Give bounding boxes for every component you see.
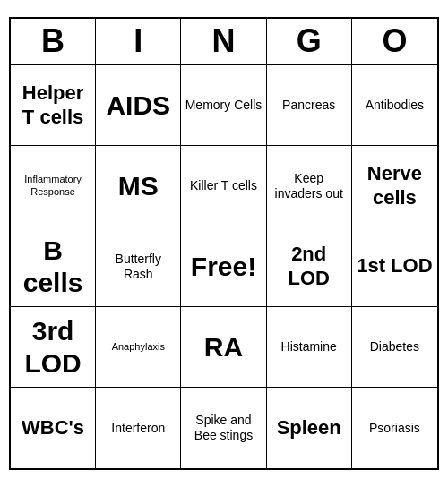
header-letter: G bbox=[267, 19, 352, 64]
bingo-cell: Pancreas bbox=[267, 65, 352, 146]
bingo-cell: Histamine bbox=[267, 307, 352, 388]
bingo-cell: Memory Cells bbox=[181, 65, 266, 146]
bingo-cell: Psoriasis bbox=[352, 388, 437, 468]
bingo-cell: Butterfly Rash bbox=[96, 226, 181, 307]
header-letter: O bbox=[352, 19, 437, 64]
bingo-cell: RA bbox=[181, 307, 266, 388]
bingo-header: BINGO bbox=[11, 19, 437, 65]
bingo-cell: WBC's bbox=[11, 388, 96, 468]
bingo-cell: 1st LOD bbox=[352, 226, 437, 307]
bingo-grid: Helper T cellsAIDSMemory CellsPancreasAn… bbox=[11, 65, 437, 468]
bingo-cell: Diabetes bbox=[352, 307, 437, 388]
header-letter: I bbox=[96, 19, 181, 64]
bingo-cell: Keep invaders out bbox=[267, 146, 352, 226]
bingo-cell: Killer T cells bbox=[181, 146, 266, 226]
bingo-cell: Inflammatory Response bbox=[11, 146, 96, 226]
bingo-cell: Free! bbox=[181, 226, 266, 307]
bingo-card: BINGO Helper T cellsAIDSMemory CellsPanc… bbox=[9, 17, 439, 470]
header-letter: B bbox=[11, 19, 96, 64]
bingo-cell: Spike and Bee stings bbox=[181, 388, 266, 468]
bingo-cell: Helper T cells bbox=[11, 65, 96, 146]
bingo-cell: MS bbox=[96, 146, 181, 226]
bingo-cell: Nerve cells bbox=[352, 146, 437, 226]
bingo-cell: B cells bbox=[11, 226, 96, 307]
bingo-cell: Antibodies bbox=[352, 65, 437, 146]
bingo-cell: Anaphylaxis bbox=[96, 307, 181, 388]
bingo-cell: AIDS bbox=[96, 65, 181, 146]
bingo-cell: Spleen bbox=[267, 388, 352, 468]
bingo-cell: 2nd LOD bbox=[267, 226, 352, 307]
header-letter: N bbox=[181, 19, 266, 64]
bingo-cell: 3rd LOD bbox=[11, 307, 96, 388]
bingo-cell: Interferon bbox=[96, 388, 181, 468]
